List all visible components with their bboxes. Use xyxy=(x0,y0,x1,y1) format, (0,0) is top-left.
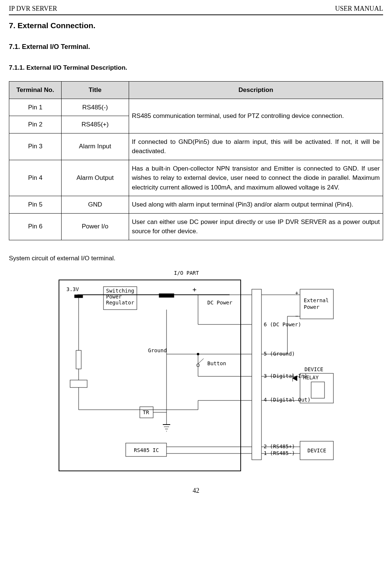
svg-rect-9 xyxy=(76,350,81,369)
table-row: Pin 5 GND Used along with alarm input te… xyxy=(9,196,383,214)
cell-pin-no: Pin 4 xyxy=(9,160,62,196)
th-terminal-no: Terminal No. xyxy=(9,82,62,99)
cell-pin-no: Pin 3 xyxy=(9,133,62,160)
label-pin2: 2 (RS485+) xyxy=(264,443,295,449)
cell-pin-desc: User can either use DC power input direc… xyxy=(129,213,383,240)
cell-pin-title: RS485(+) xyxy=(62,116,129,133)
svg-line-24 xyxy=(198,359,204,364)
cell-pin-desc: Has a built-in Open-collector NPN transi… xyxy=(129,160,383,196)
label-extplus: + xyxy=(295,290,298,296)
table-row: Pin 4 Alarm Output Has a built-in Open-c… xyxy=(9,160,383,196)
cell-pin-title: RS485(-) xyxy=(62,99,129,116)
circuit-diagram: I/O PART 3.3V Switching Power Regulator … xyxy=(9,269,383,475)
section-heading: 7. External Connection. xyxy=(9,20,383,32)
cell-pin-title: Alarm Output xyxy=(62,160,129,196)
svg-rect-33 xyxy=(252,289,261,460)
label-plus: + xyxy=(192,286,197,293)
svg-rect-0 xyxy=(59,280,241,471)
label-button: Button xyxy=(207,360,226,366)
diagram-title: I/O PART xyxy=(174,270,199,276)
cell-pin-no: Pin 5 xyxy=(9,196,62,214)
cell-pin-title: GND xyxy=(62,196,129,214)
svg-point-22 xyxy=(197,353,199,355)
svg-rect-2 xyxy=(75,295,83,298)
page-number: 42 xyxy=(9,486,383,496)
page-header: IP DVR SERVER USER MANUAL xyxy=(9,4,383,15)
th-title: Title xyxy=(62,82,129,99)
cell-pin-title: Alarm Input xyxy=(62,133,129,160)
label-extpower-line1: External xyxy=(304,297,329,303)
label-device2: DEVICE xyxy=(307,448,326,453)
table-row: Pin 6 Power I/o User can either use DC p… xyxy=(9,213,383,240)
svg-rect-3 xyxy=(159,294,174,297)
table-header-row: Terminal No. Title Description xyxy=(9,82,383,99)
diagram-caption: System circuit of external I/O terminal. xyxy=(9,254,383,263)
cell-pin-no: Pin 1 xyxy=(9,99,62,116)
svg-rect-11 xyxy=(70,380,87,387)
label-spr-line1: Switching xyxy=(106,288,134,294)
cell-pin-desc: RS485 communication terminal, used for P… xyxy=(129,99,383,133)
subsection-heading: 7.1. External I/O Terminal. xyxy=(9,42,383,52)
table-row: Pin 3 Alarm Input If connected to GND(Pi… xyxy=(9,133,383,160)
label-pin3: 3 (Digital In) xyxy=(264,373,307,379)
label-spr-line3: Regulator xyxy=(106,300,134,306)
label-relay: RELAY xyxy=(303,374,319,380)
label-device1: DEVICE xyxy=(304,366,323,372)
label-extminus: − xyxy=(295,313,298,319)
label-spr-line2: Power xyxy=(106,294,122,300)
label-3v3: 3.3V xyxy=(66,286,79,292)
cell-pin-desc: Used along with alarm input terminal (Pi… xyxy=(129,196,383,214)
label-pin6: 6 (DC Power) xyxy=(264,321,301,327)
label-dcpower: DC Power xyxy=(207,300,232,306)
label-ground: Ground xyxy=(148,347,167,353)
label-extpower-line2: Power xyxy=(304,304,319,310)
label-tr: TR xyxy=(143,409,149,415)
cell-pin-desc: If connected to GND(Pin5) due to alarm i… xyxy=(129,133,383,160)
label-pin5: 5 (Ground) xyxy=(264,351,295,357)
cell-pin-title: Power I/o xyxy=(62,213,129,240)
io-terminal-table: Terminal No. Title Description Pin 1 RS4… xyxy=(9,81,383,240)
label-pin4: 4 (Digital Out) xyxy=(264,397,310,403)
svg-rect-40 xyxy=(311,382,325,398)
header-left: IP DVR SERVER xyxy=(9,4,57,14)
table-row: Pin 1 RS485(-) RS485 communication termi… xyxy=(9,99,383,116)
subsubsection-heading: 7.1.1. External I/O Terminal Description… xyxy=(9,63,383,73)
cell-pin-no: Pin 2 xyxy=(9,116,62,133)
header-right: USER MANUAL xyxy=(335,4,383,14)
label-rs485ic: RS485 IC xyxy=(134,447,159,453)
cell-pin-no: Pin 6 xyxy=(9,213,62,240)
label-pin1: 1 (RS485-) xyxy=(264,450,295,456)
th-description: Description xyxy=(129,82,383,99)
